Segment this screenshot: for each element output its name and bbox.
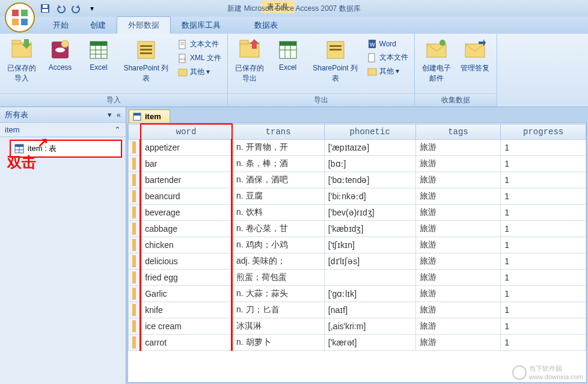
cell-trans[interactable]: n. 鸡肉；小鸡 xyxy=(232,237,325,253)
tab-start[interactable]: 开始 xyxy=(42,17,79,34)
textfile-export-button[interactable]: 文本文件 xyxy=(365,51,411,64)
cell-tags[interactable]: 旅游 xyxy=(415,318,501,335)
qat-dropdown-icon[interactable]: ▾ xyxy=(85,2,99,15)
cell-word[interactable]: fried egg xyxy=(141,270,232,286)
table-row[interactable]: fried egg煎蛋；荷包蛋旅游1 xyxy=(129,270,586,286)
word-export-button[interactable]: WWord xyxy=(365,38,411,50)
cell-progress[interactable]: 1 xyxy=(501,172,586,188)
excel-export-button[interactable]: Excel xyxy=(270,36,306,74)
row-selector[interactable] xyxy=(129,318,141,335)
cell-tags[interactable]: 旅游 xyxy=(415,335,501,351)
cell-tags[interactable]: 旅游 xyxy=(415,140,501,156)
manage-reply-button[interactable]: 管理答复 xyxy=(457,36,493,76)
textfile-import-button[interactable]: 文本文件 xyxy=(176,38,224,51)
chevron-down-icon[interactable]: ▾ xyxy=(108,110,112,119)
cell-tags[interactable]: 旅游 xyxy=(415,205,501,221)
cell-trans[interactable]: adj. 美味的； xyxy=(232,253,325,270)
cell-progress[interactable]: 1 xyxy=(501,188,586,205)
cell-phonetic[interactable] xyxy=(324,270,415,286)
cell-phonetic[interactable]: ['tʃɪkɪn] xyxy=(324,237,415,253)
cell-phonetic[interactable]: ['kæbɪdʒ] xyxy=(324,221,415,237)
cell-word[interactable]: bartender xyxy=(141,172,232,188)
sharepoint-export-button[interactable]: SharePoint 列表 xyxy=(308,36,363,86)
cell-progress[interactable]: 1 xyxy=(501,286,586,302)
row-selector[interactable] xyxy=(129,253,141,270)
cell-trans[interactable]: n. 大蒜；蒜头 xyxy=(232,286,325,302)
other-import-button[interactable]: 其他 ▾ xyxy=(176,66,224,78)
cell-word[interactable]: cabbage xyxy=(141,221,232,237)
table-row[interactable]: Garlicn. 大蒜；蒜头['gɑːlɪk]旅游1 xyxy=(129,286,586,302)
cell-progress[interactable]: 1 xyxy=(501,205,586,221)
cell-word[interactable]: ice cream xyxy=(141,318,232,335)
cell-trans[interactable]: 冰淇淋 xyxy=(232,318,325,335)
table-row[interactable]: ice cream冰淇淋[,ais'kri:m]旅游1 xyxy=(129,318,586,335)
cell-tags[interactable]: 旅游 xyxy=(415,172,501,188)
cell-trans[interactable]: 煎蛋；荷包蛋 xyxy=(232,270,325,286)
cell-progress[interactable]: 1 xyxy=(501,221,586,237)
cell-progress[interactable]: 1 xyxy=(501,237,586,253)
cell-word[interactable]: appetizer xyxy=(141,140,232,156)
cell-trans[interactable]: n. 卷心菜，甘 xyxy=(232,221,325,237)
col-trans[interactable]: trans xyxy=(232,124,325,140)
cell-progress[interactable]: 1 xyxy=(501,156,586,172)
cell-tags[interactable]: 旅游 xyxy=(415,253,501,270)
col-phonetic[interactable]: phonetic xyxy=(324,124,415,140)
row-selector[interactable] xyxy=(129,221,141,237)
cell-phonetic[interactable]: ['bev(ə)rɪdʒ] xyxy=(324,205,415,221)
cell-trans[interactable]: n. 豆腐 xyxy=(232,188,325,205)
cell-progress[interactable]: 1 xyxy=(501,253,586,270)
tab-dbtools[interactable]: 数据库工具 xyxy=(171,17,231,34)
cell-word[interactable]: chicken xyxy=(141,237,232,253)
col-progress[interactable]: progress xyxy=(501,124,586,140)
table-row[interactable]: cabbagen. 卷心菜，甘['kæbɪdʒ]旅游1 xyxy=(129,221,586,237)
col-word[interactable]: word xyxy=(141,124,232,140)
datasheet[interactable]: word trans phonetic tags progress appeti… xyxy=(127,123,587,383)
access-import-button[interactable]: Access xyxy=(42,36,78,74)
cell-word[interactable]: beverage xyxy=(141,205,232,221)
cell-progress[interactable]: 1 xyxy=(501,270,586,286)
tab-external-data[interactable]: 外部数据 xyxy=(117,16,171,34)
row-selector[interactable] xyxy=(129,335,141,351)
cell-word[interactable]: bar xyxy=(141,156,232,172)
sheet-tab-item[interactable]: item xyxy=(129,110,170,123)
undo-icon[interactable] xyxy=(54,2,67,15)
table-row[interactable]: deliciousadj. 美味的；[dɪ'lɪʃəs]旅游1 xyxy=(129,253,586,270)
col-tags[interactable]: tags xyxy=(415,124,501,140)
cell-trans[interactable]: n. 饮料 xyxy=(232,205,325,221)
cell-phonetic[interactable]: [dɪ'lɪʃəs] xyxy=(324,253,415,270)
table-row[interactable]: beveragen. 饮料['bev(ə)rɪdʒ]旅游1 xyxy=(129,205,586,221)
create-email-button[interactable]: 创建电子邮件 xyxy=(418,36,455,86)
cell-trans[interactable]: n. 酒保，酒吧 xyxy=(232,172,325,188)
cell-phonetic[interactable]: ['bɑːtendə] xyxy=(324,172,415,188)
office-button[interactable] xyxy=(4,1,36,34)
nav-group-header[interactable]: item ⌃ xyxy=(0,123,126,137)
cell-word[interactable]: delicious xyxy=(141,253,232,270)
cell-progress[interactable]: 1 xyxy=(501,140,586,156)
other-export-button[interactable]: 其他 ▾ xyxy=(365,65,411,78)
sharepoint-import-button[interactable]: SharePoint 列表 xyxy=(119,36,173,86)
table-row[interactable]: knifen. 刀；匕首[naɪf]旅游1 xyxy=(129,302,586,318)
cell-phonetic[interactable]: [,ais'kri:m] xyxy=(324,318,415,335)
cell-trans[interactable]: n. 条，棒；酒 xyxy=(232,156,325,172)
cell-tags[interactable]: 旅游 xyxy=(415,286,501,302)
table-row[interactable]: carrotn. 胡萝卜['kærət]旅游1 xyxy=(129,335,586,351)
table-row[interactable]: barn. 条，棒；酒[bɑː]旅游1 xyxy=(129,156,586,172)
redo-icon[interactable] xyxy=(70,2,83,15)
saved-imports-button[interactable]: 已保存的导入 xyxy=(4,36,40,86)
saved-exports-button[interactable]: 已保存的导出 xyxy=(231,36,268,86)
tab-create[interactable]: 创建 xyxy=(79,17,117,34)
nav-header[interactable]: 所有表 ▾ « xyxy=(0,107,126,123)
cell-tags[interactable]: 旅游 xyxy=(415,156,501,172)
cell-trans[interactable]: n. 胡萝卜 xyxy=(232,335,325,351)
collapse-group-icon[interactable]: ⌃ xyxy=(114,125,121,134)
xmlfile-import-button[interactable]: xmlXML 文件 xyxy=(176,52,224,64)
cell-progress[interactable]: 1 xyxy=(501,335,586,351)
excel-import-button[interactable]: Excel xyxy=(81,36,117,74)
table-row[interactable]: bartendern. 酒保，酒吧['bɑːtendə]旅游1 xyxy=(129,172,586,188)
table-row[interactable]: appetizern. 开胃物，开['æpɪtaɪzə]旅游1 xyxy=(129,140,586,156)
cell-tags[interactable]: 旅游 xyxy=(415,237,501,253)
row-selector[interactable] xyxy=(129,205,141,221)
cell-phonetic[interactable]: ['biːnkəːd] xyxy=(324,188,415,205)
row-selector[interactable] xyxy=(129,188,141,205)
table-row[interactable]: chickenn. 鸡肉；小鸡['tʃɪkɪn]旅游1 xyxy=(129,237,586,253)
